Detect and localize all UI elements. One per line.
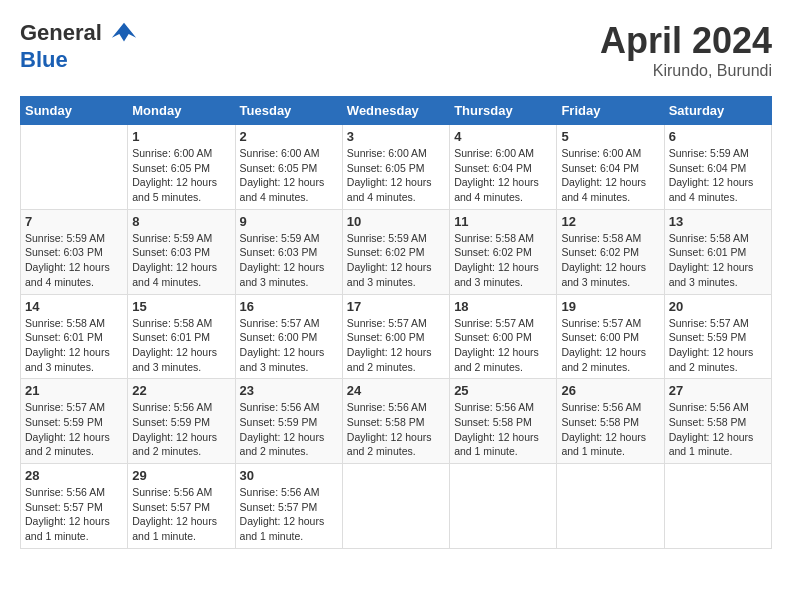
day-number: 30 <box>240 468 338 483</box>
day-number: 27 <box>669 383 767 398</box>
calendar-cell: 21Sunrise: 5:57 AM Sunset: 5:59 PM Dayli… <box>21 379 128 464</box>
header-day-thursday: Thursday <box>450 97 557 125</box>
day-info: Sunrise: 5:56 AM Sunset: 5:58 PM Dayligh… <box>347 400 445 459</box>
day-info: Sunrise: 5:59 AM Sunset: 6:03 PM Dayligh… <box>240 231 338 290</box>
header-day-wednesday: Wednesday <box>342 97 449 125</box>
day-number: 2 <box>240 129 338 144</box>
logo-line2: Blue <box>20 47 68 72</box>
logo-line1: General <box>20 20 102 45</box>
day-number: 17 <box>347 299 445 314</box>
calendar-cell: 10Sunrise: 5:59 AM Sunset: 6:02 PM Dayli… <box>342 209 449 294</box>
day-info: Sunrise: 6:00 AM Sunset: 6:04 PM Dayligh… <box>454 146 552 205</box>
calendar-week-1: 1Sunrise: 6:00 AM Sunset: 6:05 PM Daylig… <box>21 125 772 210</box>
calendar-week-5: 28Sunrise: 5:56 AM Sunset: 5:57 PM Dayli… <box>21 464 772 549</box>
day-info: Sunrise: 5:56 AM Sunset: 5:57 PM Dayligh… <box>25 485 123 544</box>
calendar-table: SundayMondayTuesdayWednesdayThursdayFrid… <box>20 96 772 549</box>
day-number: 1 <box>132 129 230 144</box>
day-number: 21 <box>25 383 123 398</box>
calendar-cell: 2Sunrise: 6:00 AM Sunset: 6:05 PM Daylig… <box>235 125 342 210</box>
calendar-cell: 25Sunrise: 5:56 AM Sunset: 5:58 PM Dayli… <box>450 379 557 464</box>
calendar-cell <box>342 464 449 549</box>
day-number: 15 <box>132 299 230 314</box>
day-number: 22 <box>132 383 230 398</box>
logo-text: General Blue <box>20 20 138 72</box>
day-info: Sunrise: 5:58 AM Sunset: 6:02 PM Dayligh… <box>454 231 552 290</box>
logo: General Blue <box>20 20 138 72</box>
calendar-cell: 7Sunrise: 5:59 AM Sunset: 6:03 PM Daylig… <box>21 209 128 294</box>
header-day-saturday: Saturday <box>664 97 771 125</box>
day-info: Sunrise: 6:00 AM Sunset: 6:05 PM Dayligh… <box>132 146 230 205</box>
svg-marker-0 <box>112 23 136 42</box>
day-info: Sunrise: 5:58 AM Sunset: 6:01 PM Dayligh… <box>669 231 767 290</box>
calendar-cell: 3Sunrise: 6:00 AM Sunset: 6:05 PM Daylig… <box>342 125 449 210</box>
day-info: Sunrise: 6:00 AM Sunset: 6:04 PM Dayligh… <box>561 146 659 205</box>
calendar-cell: 22Sunrise: 5:56 AM Sunset: 5:59 PM Dayli… <box>128 379 235 464</box>
calendar-cell: 26Sunrise: 5:56 AM Sunset: 5:58 PM Dayli… <box>557 379 664 464</box>
day-info: Sunrise: 5:59 AM Sunset: 6:03 PM Dayligh… <box>25 231 123 290</box>
day-number: 20 <box>669 299 767 314</box>
calendar-cell: 17Sunrise: 5:57 AM Sunset: 6:00 PM Dayli… <box>342 294 449 379</box>
day-number: 29 <box>132 468 230 483</box>
day-number: 26 <box>561 383 659 398</box>
day-number: 8 <box>132 214 230 229</box>
calendar-cell: 15Sunrise: 5:58 AM Sunset: 6:01 PM Dayli… <box>128 294 235 379</box>
day-number: 14 <box>25 299 123 314</box>
day-info: Sunrise: 5:57 AM Sunset: 6:00 PM Dayligh… <box>561 316 659 375</box>
day-number: 4 <box>454 129 552 144</box>
day-number: 23 <box>240 383 338 398</box>
day-number: 25 <box>454 383 552 398</box>
calendar-cell: 13Sunrise: 5:58 AM Sunset: 6:01 PM Dayli… <box>664 209 771 294</box>
logo-bird-icon <box>110 20 138 48</box>
title-area: April 2024 Kirundo, Burundi <box>600 20 772 80</box>
day-info: Sunrise: 5:56 AM Sunset: 5:57 PM Dayligh… <box>132 485 230 544</box>
day-number: 12 <box>561 214 659 229</box>
day-number: 19 <box>561 299 659 314</box>
day-number: 28 <box>25 468 123 483</box>
header-day-monday: Monday <box>128 97 235 125</box>
day-info: Sunrise: 5:59 AM Sunset: 6:04 PM Dayligh… <box>669 146 767 205</box>
calendar-cell: 11Sunrise: 5:58 AM Sunset: 6:02 PM Dayli… <box>450 209 557 294</box>
calendar-cell <box>664 464 771 549</box>
day-number: 18 <box>454 299 552 314</box>
calendar-cell: 16Sunrise: 5:57 AM Sunset: 6:00 PM Dayli… <box>235 294 342 379</box>
day-info: Sunrise: 5:57 AM Sunset: 6:00 PM Dayligh… <box>454 316 552 375</box>
calendar-cell: 30Sunrise: 5:56 AM Sunset: 5:57 PM Dayli… <box>235 464 342 549</box>
day-info: Sunrise: 5:57 AM Sunset: 5:59 PM Dayligh… <box>25 400 123 459</box>
calendar-cell: 20Sunrise: 5:57 AM Sunset: 5:59 PM Dayli… <box>664 294 771 379</box>
day-number: 7 <box>25 214 123 229</box>
day-number: 6 <box>669 129 767 144</box>
day-info: Sunrise: 6:00 AM Sunset: 6:05 PM Dayligh… <box>240 146 338 205</box>
calendar-cell: 1Sunrise: 6:00 AM Sunset: 6:05 PM Daylig… <box>128 125 235 210</box>
calendar-cell: 19Sunrise: 5:57 AM Sunset: 6:00 PM Dayli… <box>557 294 664 379</box>
day-info: Sunrise: 5:58 AM Sunset: 6:01 PM Dayligh… <box>25 316 123 375</box>
day-info: Sunrise: 5:56 AM Sunset: 5:59 PM Dayligh… <box>240 400 338 459</box>
page-header: General Blue April 2024 Kirundo, Burundi <box>20 20 772 80</box>
calendar-cell: 27Sunrise: 5:56 AM Sunset: 5:58 PM Dayli… <box>664 379 771 464</box>
calendar-cell: 23Sunrise: 5:56 AM Sunset: 5:59 PM Dayli… <box>235 379 342 464</box>
calendar-cell: 24Sunrise: 5:56 AM Sunset: 5:58 PM Dayli… <box>342 379 449 464</box>
day-number: 9 <box>240 214 338 229</box>
day-info: Sunrise: 5:59 AM Sunset: 6:03 PM Dayligh… <box>132 231 230 290</box>
calendar-header-row: SundayMondayTuesdayWednesdayThursdayFrid… <box>21 97 772 125</box>
calendar-cell <box>450 464 557 549</box>
calendar-week-2: 7Sunrise: 5:59 AM Sunset: 6:03 PM Daylig… <box>21 209 772 294</box>
day-number: 3 <box>347 129 445 144</box>
calendar-cell: 8Sunrise: 5:59 AM Sunset: 6:03 PM Daylig… <box>128 209 235 294</box>
calendar-cell: 12Sunrise: 5:58 AM Sunset: 6:02 PM Dayli… <box>557 209 664 294</box>
day-info: Sunrise: 5:57 AM Sunset: 6:00 PM Dayligh… <box>240 316 338 375</box>
day-info: Sunrise: 5:59 AM Sunset: 6:02 PM Dayligh… <box>347 231 445 290</box>
day-number: 10 <box>347 214 445 229</box>
calendar-cell: 29Sunrise: 5:56 AM Sunset: 5:57 PM Dayli… <box>128 464 235 549</box>
calendar-cell: 6Sunrise: 5:59 AM Sunset: 6:04 PM Daylig… <box>664 125 771 210</box>
day-info: Sunrise: 5:56 AM Sunset: 5:58 PM Dayligh… <box>669 400 767 459</box>
calendar-cell: 14Sunrise: 5:58 AM Sunset: 6:01 PM Dayli… <box>21 294 128 379</box>
day-info: Sunrise: 5:57 AM Sunset: 5:59 PM Dayligh… <box>669 316 767 375</box>
calendar-cell: 5Sunrise: 6:00 AM Sunset: 6:04 PM Daylig… <box>557 125 664 210</box>
day-number: 16 <box>240 299 338 314</box>
calendar-cell <box>21 125 128 210</box>
day-number: 24 <box>347 383 445 398</box>
header-day-friday: Friday <box>557 97 664 125</box>
day-info: Sunrise: 5:58 AM Sunset: 6:02 PM Dayligh… <box>561 231 659 290</box>
header-day-tuesday: Tuesday <box>235 97 342 125</box>
calendar-cell: 18Sunrise: 5:57 AM Sunset: 6:00 PM Dayli… <box>450 294 557 379</box>
